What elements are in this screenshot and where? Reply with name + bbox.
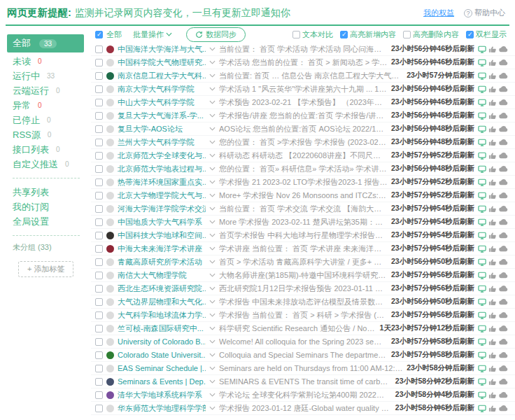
hand-action[interactable] bbox=[488, 59, 497, 66]
monitor-action[interactable] bbox=[478, 351, 486, 359]
row-checkbox[interactable] bbox=[95, 152, 103, 160]
cloud-action[interactable] bbox=[499, 72, 508, 79]
table-row[interactable]: 兰州大学大气科学学院您的位置： 首页 >学术报告 学术报告 (2023-02-1… bbox=[91, 136, 515, 149]
monitor-action[interactable] bbox=[478, 46, 486, 53]
site-name-link[interactable]: 南京大学大气科学学院 bbox=[118, 84, 206, 94]
expand-chevron[interactable] bbox=[209, 100, 216, 104]
row-checkbox[interactable] bbox=[95, 205, 103, 213]
table-row[interactable]: 华东师范大学地理科学学部学术报告 2023-01-12 唐廷-Global wa… bbox=[91, 402, 515, 415]
table-row[interactable]: 中海大未来海洋学术讲座学术讲座 当前位置： 首页 学术讲座 未来海洋讲坛第四十八… bbox=[91, 242, 515, 255]
table-row[interactable]: Colorado State Universit...Colloquia and… bbox=[91, 349, 515, 362]
cloud-action[interactable] bbox=[499, 112, 508, 119]
cloud-action[interactable] bbox=[499, 245, 508, 252]
monitor-action[interactable] bbox=[478, 258, 486, 266]
hand-action[interactable] bbox=[488, 232, 497, 239]
monitor-action[interactable] bbox=[478, 391, 486, 399]
table-row[interactable]: 北京师范大学全球变化与...科研动态 科研动态 【20220608讲座】不同尺度… bbox=[91, 149, 515, 162]
site-name-link[interactable]: 中国地质大学大气科学系 bbox=[118, 217, 206, 227]
data-sync-button[interactable]: 数据同步 bbox=[186, 27, 246, 42]
monitor-action[interactable] bbox=[478, 245, 486, 253]
cloud-action[interactable] bbox=[499, 298, 508, 305]
table-row[interactable]: 北京大学物理学院大气与...More+ 学术报告 Nov 26 Monsoons… bbox=[91, 189, 515, 202]
site-name-link[interactable]: 中国海洋大学海洋与大气... bbox=[118, 44, 206, 55]
row-checkbox[interactable] bbox=[95, 165, 103, 173]
row-checkbox[interactable] bbox=[95, 192, 103, 200]
site-name-link[interactable]: 南信大大气物理学院 bbox=[118, 270, 206, 281]
row-checkbox[interactable] bbox=[95, 125, 103, 133]
row-checkbox[interactable] bbox=[95, 59, 103, 66]
site-name-link[interactable]: University of Colorado B... bbox=[118, 337, 206, 346]
expand-chevron[interactable] bbox=[209, 379, 216, 384]
monitor-action[interactable] bbox=[478, 312, 486, 319]
display-option[interactable]: 双栏显示 bbox=[466, 29, 507, 40]
table-row[interactable]: 复旦大学大气海洋系-学...学术报告/讲座 您当前的位置:首页 学术报告/讲座 … bbox=[91, 109, 515, 122]
hand-action[interactable] bbox=[488, 285, 497, 293]
display-option[interactable]: 高亮删除内容 bbox=[403, 29, 459, 40]
site-name-link[interactable]: 大气科学和地球流体力学... bbox=[118, 310, 206, 321]
hand-action[interactable] bbox=[488, 405, 497, 412]
row-checkbox[interactable] bbox=[95, 232, 103, 239]
row-checkbox[interactable] bbox=[95, 218, 103, 226]
select-all-label[interactable]: 全部 bbox=[106, 29, 122, 40]
row-checkbox[interactable] bbox=[95, 405, 103, 412]
hand-action[interactable] bbox=[488, 46, 497, 53]
expand-chevron[interactable] bbox=[209, 353, 216, 357]
sidebar-item[interactable]: 自定义推送0 bbox=[7, 157, 91, 172]
table-row[interactable]: 西北生态环境资源研究院...西北研究院1月12日学术报告预告 2023-01-1… bbox=[91, 282, 515, 295]
table-row[interactable]: Seminars & Events | Dep...SEMINARS & EVE… bbox=[91, 375, 515, 388]
monitor-action[interactable] bbox=[478, 218, 486, 226]
cloud-action[interactable] bbox=[499, 218, 508, 225]
site-name-link[interactable]: 兰州大学大气科学学院 bbox=[118, 137, 206, 148]
hand-action[interactable] bbox=[488, 85, 497, 93]
row-checkbox[interactable] bbox=[95, 85, 103, 93]
hand-action[interactable] bbox=[488, 351, 497, 359]
cloud-action[interactable] bbox=[499, 85, 508, 92]
expand-chevron[interactable] bbox=[209, 153, 216, 158]
hand-action[interactable] bbox=[488, 192, 497, 200]
table-row[interactable]: 北京师范大学地表过程与...您的位置： 首页» 科研信息» 学术活动» 学术讲座… bbox=[91, 162, 515, 176]
monitor-action[interactable] bbox=[478, 165, 486, 173]
expand-chevron[interactable] bbox=[209, 260, 216, 264]
cloud-action[interactable] bbox=[499, 205, 508, 212]
table-row[interactable]: 中国地质大学大气科学系More 学术报告 2023-02-11 楚风讲坛第35期… bbox=[91, 216, 515, 229]
sidebar-link[interactable]: 全局设置 bbox=[7, 214, 91, 229]
cloud-action[interactable] bbox=[499, 325, 508, 332]
table-row[interactable]: 河海大学海洋学院学术交流当前位置： 首页 学术交流 学术交流 【海韵大讲堂】科普… bbox=[91, 202, 515, 216]
expand-chevron[interactable] bbox=[209, 273, 216, 277]
sidebar-item[interactable]: 运行中33 bbox=[7, 69, 91, 83]
expand-chevron[interactable] bbox=[209, 167, 216, 171]
hand-action[interactable] bbox=[488, 325, 497, 332]
cloud-action[interactable] bbox=[499, 232, 508, 239]
monitor-action[interactable] bbox=[478, 112, 486, 120]
expand-chevron[interactable] bbox=[209, 220, 216, 224]
sidebar-link[interactable]: 共享列表 bbox=[7, 185, 91, 200]
row-checkbox[interactable] bbox=[95, 258, 103, 266]
table-row[interactable]: 青藏高原研究所学术活动首页 > 学术活动 青藏高原科学大讲堂 / 更多+ 青藏高… bbox=[91, 255, 515, 269]
cloud-action[interactable] bbox=[499, 125, 508, 132]
table-row[interactable]: 南京大学大气科学学院学术活动 1 "风云英华"学术讲座第六十九期 ... 12-… bbox=[91, 83, 515, 96]
cloud-action[interactable] bbox=[499, 365, 508, 372]
table-row[interactable]: 大气科学和地球流体力学...学术报告 当前位置： 首页 > 科研 > 学术报告 … bbox=[91, 309, 515, 322]
display-option[interactable]: 文本对比 bbox=[292, 29, 333, 40]
monitor-action[interactable] bbox=[478, 192, 486, 200]
expand-chevron[interactable] bbox=[209, 74, 216, 78]
hand-action[interactable] bbox=[488, 112, 497, 120]
hand-action[interactable] bbox=[488, 298, 497, 306]
option-checkbox[interactable] bbox=[292, 31, 300, 38]
hand-action[interactable] bbox=[488, 391, 497, 399]
row-checkbox[interactable] bbox=[95, 272, 103, 279]
ungrouped-label[interactable]: 未分组 (33) bbox=[7, 242, 91, 253]
expand-chevron[interactable] bbox=[209, 47, 216, 51]
expand-chevron[interactable] bbox=[209, 233, 216, 237]
sidebar-item[interactable]: 全部33 bbox=[7, 34, 84, 52]
hand-action[interactable] bbox=[488, 178, 497, 186]
row-checkbox[interactable] bbox=[95, 338, 103, 346]
row-checkbox[interactable] bbox=[95, 325, 103, 332]
table-row[interactable]: 复旦大学-AOS论坛AOS论坛 您当前的位置:首页 AOS论坛 2022/12/… bbox=[91, 122, 515, 136]
table-row[interactable]: 竺可桢-南森国际研究中...科学研究 Scientific Research 通… bbox=[91, 322, 515, 335]
table-row[interactable]: University of Colorado B...Welcome! All … bbox=[91, 335, 515, 349]
expand-chevron[interactable] bbox=[209, 300, 216, 304]
hand-action[interactable] bbox=[488, 205, 497, 213]
site-name-link[interactable]: EAS Seminar Schedule |... bbox=[118, 364, 206, 372]
expand-chevron[interactable] bbox=[209, 326, 216, 330]
